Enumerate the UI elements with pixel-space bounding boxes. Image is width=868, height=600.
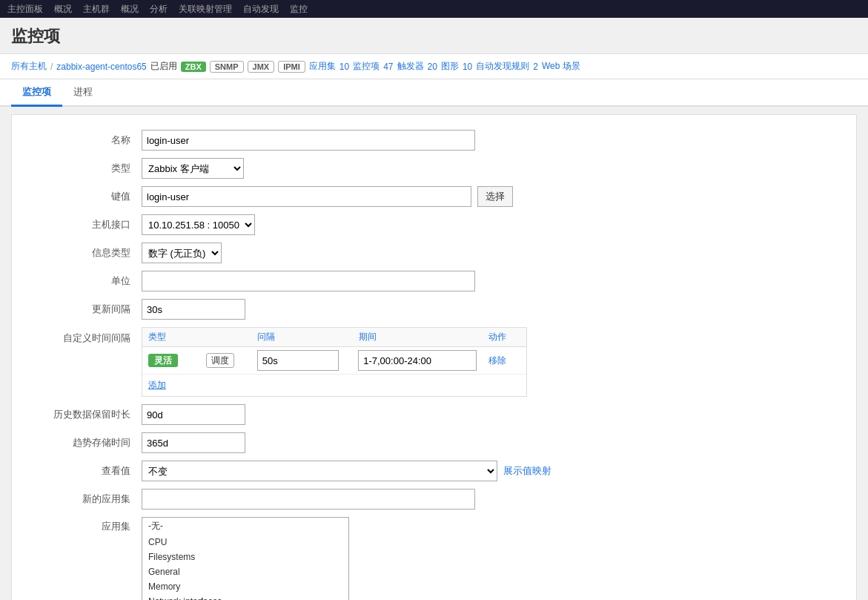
nav-monitor[interactable]: 监控	[290, 3, 308, 16]
breadcrumb-web[interactable]: Web 场景	[542, 60, 580, 73]
add-row: 添加	[142, 375, 526, 396]
host-interface-select[interactable]: 10.10.251.58 : 10050 10.10.251.58 : 1005…	[142, 214, 255, 235]
control-name	[142, 130, 845, 151]
app-list-item[interactable]: Network interfaces	[142, 594, 348, 600]
app-list-item[interactable]: Filesystems	[142, 550, 348, 564]
label-unit: 单位	[23, 271, 142, 288]
history-input[interactable]	[142, 404, 245, 425]
col-sched: 调度	[200, 355, 251, 367]
type-select[interactable]: Zabbix 客户端 Zabbix 客户端Zabbix 主动客户端SNMP v1…	[142, 158, 244, 179]
top-navigation: 主控面板 概况 主机群 概况 分析 关联映射管理 自动发现 监控	[0, 0, 868, 18]
custom-time-header: 类型 问隔 期间 动作	[142, 328, 526, 347]
breadcrumb-trigger[interactable]: 触发器	[397, 60, 424, 73]
row-key: 键值 选择	[12, 182, 856, 211]
row-info-type: 信息类型 数字 (无正负) 数字 (无正负)数字 (浮点)字符日志文本	[12, 239, 856, 267]
nav-autodiscover[interactable]: 自动发现	[243, 3, 279, 16]
row-new-app: 新的应用集	[12, 485, 856, 513]
nav-overview2[interactable]: 概况	[121, 3, 139, 16]
row-value-map: 查看值 不变 不变 展示值映射	[12, 457, 856, 485]
control-trend	[142, 432, 845, 453]
new-app-input[interactable]	[142, 489, 475, 510]
control-new-app	[142, 489, 845, 510]
nav-overview[interactable]: 概况	[54, 3, 72, 16]
nav-mapping[interactable]: 关联映射管理	[179, 3, 232, 16]
control-app: -无-CPUFilesystemsGeneralMemoryNetwork in…	[142, 517, 845, 600]
breadcrumb-host[interactable]: zabbix-agent-centos65	[56, 62, 146, 72]
info-type-select[interactable]: 数字 (无正负) 数字 (无正负)数字 (浮点)字符日志文本	[142, 243, 222, 263]
name-input[interactable]	[142, 130, 475, 151]
breadcrumb-autodiscover-count[interactable]: 2	[533, 62, 538, 72]
breadcrumb-monitor[interactable]: 监控项	[353, 60, 380, 73]
control-info-type: 数字 (无正负) 数字 (无正负)数字 (浮点)字符日志文本	[142, 243, 845, 263]
breadcrumb-enabled: 已启用	[150, 60, 177, 73]
app-list-item[interactable]: -无-	[142, 518, 348, 535]
app-list-box: -无-CPUFilesystemsGeneralMemoryNetwork in…	[142, 517, 349, 600]
app-list-item[interactable]: Memory	[142, 579, 348, 594]
row-name: 名称	[12, 126, 856, 154]
badge-zbx[interactable]: ZBX	[181, 62, 206, 72]
value-map-select[interactable]: 不变 不变	[142, 461, 497, 481]
label-trend: 趋势存储时间	[23, 432, 142, 449]
label-interval: 更新间隔	[23, 299, 142, 316]
sched-badge[interactable]: 调度	[206, 353, 234, 368]
label-custom-interval: 自定义时间间隔	[23, 327, 142, 345]
tab-process[interactable]: 进程	[62, 79, 104, 107]
key-input[interactable]	[142, 186, 471, 207]
nav-analysis[interactable]: 分析	[150, 3, 168, 16]
add-custom-interval-link[interactable]: 添加	[148, 380, 166, 390]
badge-jmx[interactable]: JMX	[248, 61, 275, 73]
control-unit	[142, 271, 845, 291]
row-host-interface: 主机接口 10.10.251.58 : 10050 10.10.251.58 :…	[12, 211, 856, 239]
show-value-map-link[interactable]: 展示值映射	[503, 464, 551, 478]
header-action: 动作	[483, 331, 526, 343]
breadcrumb-graph-count[interactable]: 10	[463, 62, 472, 72]
control-value-map: 不变 不变 展示值映射	[142, 461, 845, 481]
row-history: 历史数据保留时长	[12, 400, 856, 429]
row-custom-interval: 自定义时间间隔 类型 问隔 期间 动作 灵活 调度	[12, 323, 856, 400]
control-history	[142, 404, 845, 425]
interval-input[interactable]	[142, 299, 245, 320]
breadcrumb-all-hosts[interactable]: 所有主机	[11, 60, 47, 73]
breadcrumb: 所有主机 / zabbix-agent-centos65 已启用 ZBX SNM…	[0, 54, 868, 79]
breadcrumb-trigger-count[interactable]: 20	[428, 62, 437, 72]
sub-tabs: 监控项 进程	[0, 79, 868, 107]
label-host-interface: 主机接口	[23, 214, 142, 231]
custom-period-input[interactable]	[358, 350, 477, 371]
label-key: 键值	[23, 186, 142, 203]
breadcrumb-app[interactable]: 应用集	[309, 60, 336, 73]
header-period: 期间	[353, 331, 483, 343]
row-trend: 趋势存储时间	[12, 429, 856, 457]
control-interval	[142, 299, 845, 320]
row-interval: 更新间隔	[12, 295, 856, 323]
breadcrumb-app-count[interactable]: 10	[339, 62, 349, 72]
trend-input[interactable]	[142, 432, 245, 453]
remove-link[interactable]: 移除	[488, 355, 506, 366]
col-interval-val	[251, 350, 353, 371]
app-list-item[interactable]: CPU	[142, 535, 348, 550]
breadcrumb-graph[interactable]: 图形	[441, 60, 459, 73]
badge-ipmi[interactable]: IPMI	[278, 61, 305, 73]
custom-interval-input[interactable]	[257, 350, 339, 371]
control-type: Zabbix 客户端 Zabbix 客户端Zabbix 主动客户端SNMP v1…	[142, 158, 845, 179]
key-select-button[interactable]: 选择	[477, 186, 513, 207]
label-app: 应用集	[23, 517, 142, 533]
label-value-map: 查看值	[23, 461, 142, 478]
header-interval: 问隔	[251, 331, 353, 343]
row-type: 类型 Zabbix 客户端 Zabbix 客户端Zabbix 主动客户端SNMP…	[12, 154, 856, 182]
unit-input[interactable]	[142, 271, 475, 291]
breadcrumb-autodiscover[interactable]: 自动发现规则	[476, 60, 529, 73]
tab-monitor[interactable]: 监控项	[11, 79, 62, 107]
breadcrumb-monitor-count[interactable]: 47	[383, 62, 393, 72]
header-sched	[200, 331, 251, 343]
badge-snmp[interactable]: SNMP	[210, 61, 244, 73]
control-host-interface: 10.10.251.58 : 10050 10.10.251.58 : 1005…	[142, 214, 845, 235]
nav-dashboard[interactable]: 主控面板	[7, 3, 43, 16]
nav-hostgroups[interactable]: 主机群	[83, 3, 110, 16]
col-action-val: 移除	[483, 355, 526, 367]
flexible-badge[interactable]: 灵活	[148, 354, 178, 367]
label-type: 类型	[23, 158, 142, 175]
label-new-app: 新的应用集	[23, 489, 142, 506]
row-app: 应用集 -无-CPUFilesystemsGeneralMemoryNetwor…	[12, 513, 856, 600]
control-key: 选择	[142, 186, 845, 207]
app-list-item[interactable]: General	[142, 564, 348, 579]
